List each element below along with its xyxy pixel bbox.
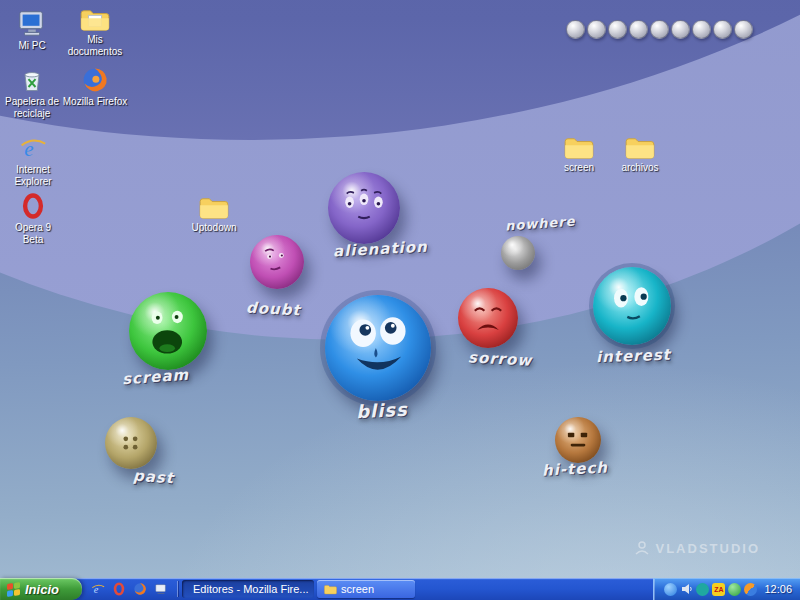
desktop-icon-label: Internet Explorer xyxy=(4,164,62,188)
sphere-label-interest: interest xyxy=(596,346,671,367)
alienation-face-icon xyxy=(328,172,400,244)
internet-explorer-icon: e xyxy=(19,134,47,162)
bubble-shortcut-icon[interactable] xyxy=(692,20,711,39)
tray-messenger-icon[interactable] xyxy=(744,583,757,596)
recycle-bin-icon xyxy=(18,66,46,94)
sphere-alienation xyxy=(328,172,400,244)
sphere-label-alienation: alienation xyxy=(333,238,428,261)
desktop-icon-screen-folder[interactable]: screen xyxy=(552,136,606,174)
desktop-icon-label: Opera 9 Beta xyxy=(4,222,62,246)
sphere-hi-tech xyxy=(555,417,601,463)
tray-volume-icon[interactable] xyxy=(680,583,693,596)
bubble-shortcut-icon[interactable] xyxy=(629,20,648,39)
desktop-icon-label: Uptodown xyxy=(191,222,236,234)
sorrow-face-icon xyxy=(458,288,518,348)
task-button-area: Editores - Mozilla Fire... screen xyxy=(182,580,415,598)
bubble-shortcut-icon[interactable] xyxy=(566,20,585,39)
tray-antivirus-icon[interactable] xyxy=(696,583,709,596)
taskbar-clock[interactable]: 12:06 xyxy=(764,583,792,595)
my-documents-icon xyxy=(80,8,110,32)
bubble-shortcut-icon[interactable] xyxy=(650,20,669,39)
folder-icon xyxy=(199,196,229,220)
desktop-icon-label: screen xyxy=(564,162,594,174)
bubble-shortcut-icon[interactable] xyxy=(587,20,606,39)
start-button-label: Inicio xyxy=(25,582,59,597)
bubble-shortcut-icon[interactable] xyxy=(734,20,753,39)
sphere-sorrow xyxy=(458,288,518,348)
desktop-icon-my-documents[interactable]: Mis documentos xyxy=(62,8,128,58)
bliss-face-icon xyxy=(325,295,431,401)
vladstudio-person-icon xyxy=(634,540,650,556)
taskbar-separator xyxy=(177,581,178,597)
wallpaper-bottom-glow xyxy=(160,360,800,600)
taskbar: Inicio e Editores - Mozilla Fire... xyxy=(0,578,800,600)
bubble-shortcut-row xyxy=(566,20,753,39)
sphere-label-hi-tech: hi-tech xyxy=(542,458,609,479)
sphere-scream xyxy=(129,292,207,370)
bubble-shortcut-icon[interactable] xyxy=(608,20,627,39)
start-button[interactable]: Inicio xyxy=(0,578,82,600)
doubt-face-icon xyxy=(250,235,304,289)
sphere-doubt xyxy=(250,235,304,289)
hi-tech-face-icon xyxy=(555,417,601,463)
desktop-icon-label: Mis documentos xyxy=(62,34,128,58)
task-button-firefox[interactable]: Editores - Mozilla Fire... xyxy=(182,580,314,598)
bubble-shortcut-icon[interactable] xyxy=(671,20,690,39)
desktop-icon-label: Mozilla Firefox xyxy=(63,96,127,108)
tray-network-icon[interactable] xyxy=(664,583,677,596)
sphere-label-past: past xyxy=(132,467,174,488)
sphere-label-bliss: bliss xyxy=(355,399,408,423)
sphere-label-sorrow: sorrow xyxy=(468,348,533,369)
task-button-screen-folder[interactable]: screen xyxy=(317,580,415,598)
task-button-label: screen xyxy=(341,583,374,595)
desktop-icon-opera[interactable]: Opera 9 Beta xyxy=(4,192,62,246)
my-computer-icon xyxy=(17,8,47,38)
tray-zonealarm-icon[interactable]: ZA xyxy=(712,583,725,596)
quick-launch-bar: e xyxy=(82,581,177,597)
sphere-label-nowhere: nowhere xyxy=(505,214,576,234)
system-tray: ZA 12:06 xyxy=(653,578,800,600)
folder-icon xyxy=(324,584,337,595)
desktop-icon-archivos-folder[interactable]: archivos xyxy=(612,136,668,174)
task-button-label: Editores - Mozilla Fire... xyxy=(193,583,309,595)
sphere-nowhere xyxy=(501,236,535,270)
folder-icon xyxy=(625,136,655,160)
desktop-icon-recycle-bin[interactable]: Papelera de reciclaje xyxy=(0,66,64,120)
sphere-past xyxy=(105,417,157,469)
desktop-icon-label: archivos xyxy=(621,162,658,174)
quicklaunch-show-desktop-icon[interactable] xyxy=(153,581,169,597)
opera-icon xyxy=(19,192,47,220)
desktop-icon-label: Papelera de reciclaje xyxy=(0,96,64,120)
windows-logo-icon xyxy=(7,582,20,597)
desktop-icon-my-computer[interactable]: Mi PC xyxy=(2,8,62,52)
quicklaunch-firefox-icon[interactable] xyxy=(132,581,148,597)
tray-security-shield-icon[interactable] xyxy=(728,583,741,596)
quicklaunch-internet-explorer-icon[interactable]: e xyxy=(90,581,106,597)
desktop-icon-internet-explorer[interactable]: e Internet Explorer xyxy=(4,134,62,188)
vladstudio-watermark: VLADSTUDIO xyxy=(634,540,761,556)
sphere-label-scream: scream xyxy=(121,366,189,389)
sphere-interest xyxy=(593,267,671,345)
sphere-label-doubt: doubt xyxy=(246,299,302,320)
past-face-icon xyxy=(105,417,157,469)
desktop: alienation doubt scream bliss sorrow int… xyxy=(0,0,800,600)
sphere-bliss xyxy=(325,295,431,401)
vladstudio-watermark-text: VLADSTUDIO xyxy=(656,541,761,556)
desktop-icon-label: Mi PC xyxy=(18,40,45,52)
bubble-shortcut-icon[interactable] xyxy=(713,20,732,39)
interest-face-icon xyxy=(593,267,671,345)
quicklaunch-opera-icon[interactable] xyxy=(111,581,127,597)
firefox-icon xyxy=(81,66,109,94)
desktop-icon-uptodown-folder[interactable]: Uptodown xyxy=(184,196,244,234)
scream-face-icon xyxy=(129,292,207,370)
desktop-icon-mozilla-firefox[interactable]: Mozilla Firefox xyxy=(62,66,128,108)
folder-icon xyxy=(564,136,594,160)
